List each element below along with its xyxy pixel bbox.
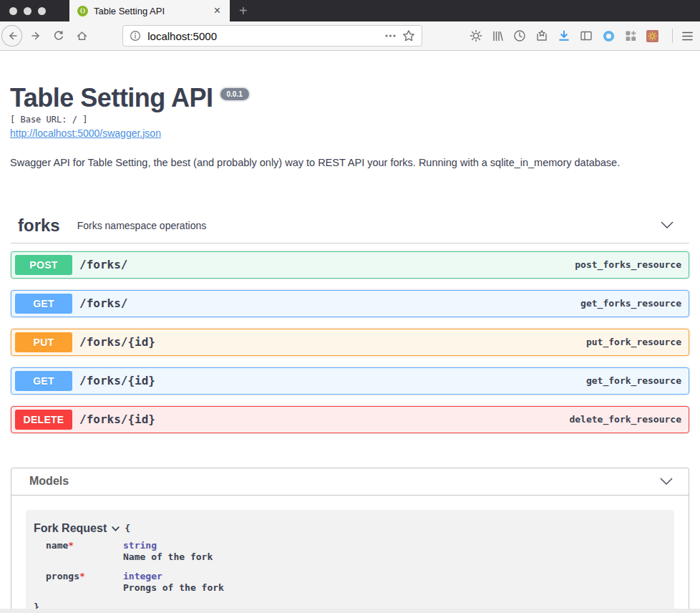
operation-id: post_forks_resource xyxy=(575,259,681,270)
base-url: [ Base URL: / ] xyxy=(10,115,690,125)
endpoint-path: /forks/{id} xyxy=(79,335,586,349)
chevron-down-icon[interactable] xyxy=(660,478,673,486)
swagger-favicon-icon: {} xyxy=(77,6,88,16)
required-star: * xyxy=(68,540,74,551)
page-info-icon[interactable] xyxy=(130,30,141,42)
chevron-down-icon[interactable] xyxy=(661,221,674,229)
property-type: integer xyxy=(123,571,224,581)
tab-table-setting-api[interactable]: {} Table Setting API × xyxy=(69,0,230,21)
new-tab-button[interactable]: + xyxy=(230,0,257,21)
models-section-title: Models xyxy=(29,475,660,488)
operation-id: get_fork_resource xyxy=(586,375,681,386)
window-zoom-button[interactable] xyxy=(38,7,46,15)
version-badge: 0.0.1 xyxy=(220,88,249,100)
forward-icon[interactable] xyxy=(31,30,42,42)
property-description: Name of the fork xyxy=(123,551,213,562)
endpoint-get-fork[interactable]: GET /forks/{id} get_fork_resource xyxy=(11,367,689,395)
extension-gear-icon[interactable] xyxy=(646,30,658,42)
property-description: Prongs of the fork xyxy=(123,582,224,593)
method-badge-get: GET xyxy=(15,371,72,391)
forks-section-title: forks xyxy=(18,216,60,236)
property-prongs: prongs* integer Prongs of the fork xyxy=(46,571,667,593)
bookmarks-tray-icon[interactable] xyxy=(535,29,548,42)
property-label: prongs xyxy=(46,571,79,581)
back-icon[interactable] xyxy=(1,25,22,47)
property-type: string xyxy=(123,540,213,551)
endpoint-path: /forks/ xyxy=(79,296,580,310)
forks-section-subtitle: Forks namespace operations xyxy=(77,220,661,231)
forks-section-header[interactable]: forks Forks namespace operations xyxy=(11,208,689,243)
endpoint-delete-fork[interactable]: DELETE /forks/{id} delete_fork_resource xyxy=(11,406,689,433)
endpoint-path: /forks/{id} xyxy=(79,374,586,387)
open-brace: { xyxy=(125,523,130,534)
model-fork-request: Fork Request { name* string Name of the … xyxy=(26,510,674,613)
url-bar[interactable]: localhost:5000 xyxy=(122,25,422,47)
models-section-header[interactable]: Models xyxy=(11,468,689,496)
model-title: Fork Request xyxy=(34,522,107,535)
window-minimize-button[interactable] xyxy=(24,7,31,15)
property-label: name xyxy=(46,540,68,551)
method-badge-put: PUT xyxy=(15,332,72,352)
api-info: Table Setting API 0.0.1 [ Base URL: / ] … xyxy=(0,84,700,168)
property-name: name* string Name of the fork xyxy=(46,540,667,562)
extension-ring-icon[interactable] xyxy=(602,29,616,43)
models-section: Models Fork Request { name* xyxy=(11,468,689,613)
toolbar-separator xyxy=(672,29,673,43)
swagger-page: Table Setting API 0.0.1 [ Base URL: / ] … xyxy=(0,84,700,613)
method-badge-delete: DELETE xyxy=(15,410,72,430)
endpoint-put-fork[interactable]: PUT /forks/{id} put_fork_resource xyxy=(11,329,689,356)
endpoint-list: POST /forks/ post_forks_resource GET /fo… xyxy=(11,251,689,433)
menu-icon[interactable] xyxy=(681,31,694,42)
swagger-json-link[interactable]: http://localhost:5000/swagger.json xyxy=(10,127,161,139)
api-description: Swagger API for Table Setting, the best … xyxy=(10,157,690,168)
page-title: Table Setting API xyxy=(10,84,213,112)
operation-id: get_forks_resource xyxy=(580,298,681,309)
reload-icon[interactable] xyxy=(53,30,64,42)
downloads-icon[interactable] xyxy=(558,29,570,42)
operation-id: delete_fork_resource xyxy=(569,414,681,425)
services-sun-icon[interactable] xyxy=(470,29,482,42)
endpoint-get-forks[interactable]: GET /forks/ get_forks_resource xyxy=(11,290,689,317)
bookmark-star-icon[interactable] xyxy=(402,29,415,42)
extensions-grid-icon[interactable] xyxy=(625,30,637,42)
model-toggle-chevron-icon[interactable] xyxy=(112,526,120,532)
home-icon[interactable] xyxy=(76,30,88,42)
url-text[interactable]: localhost:5000 xyxy=(147,30,379,42)
operation-id: put_fork_resource xyxy=(586,337,681,347)
navigation-toolbar: localhost:5000 xyxy=(0,21,700,51)
models-body: Fork Request { name* string Name of the … xyxy=(11,496,689,613)
tab-title: Table Setting API xyxy=(94,6,207,16)
method-badge-post: POST xyxy=(15,255,72,275)
page-actions-icon[interactable] xyxy=(385,34,396,37)
model-properties: name* string Name of the fork prongs* in… xyxy=(46,540,667,593)
library-icon[interactable] xyxy=(492,30,504,42)
toolbar-extensions xyxy=(470,29,673,43)
method-badge-get: GET xyxy=(15,294,72,314)
tab-close-icon[interactable]: × xyxy=(213,5,222,16)
endpoint-path: /forks/ xyxy=(79,258,575,271)
endpoint-post-forks[interactable]: POST /forks/ post_forks_resource xyxy=(11,251,689,279)
sidebar-icon[interactable] xyxy=(580,29,593,42)
required-star: * xyxy=(79,571,85,581)
endpoint-path: /forks/{id} xyxy=(79,412,569,426)
history-clock-icon[interactable] xyxy=(513,29,526,42)
forks-section: forks Forks namespace operations POST /f… xyxy=(0,208,700,433)
page-background-strip xyxy=(0,609,700,613)
tab-bar: {} Table Setting API × + xyxy=(0,0,700,21)
window-close-button[interactable] xyxy=(9,7,17,15)
window-controls xyxy=(0,0,69,21)
